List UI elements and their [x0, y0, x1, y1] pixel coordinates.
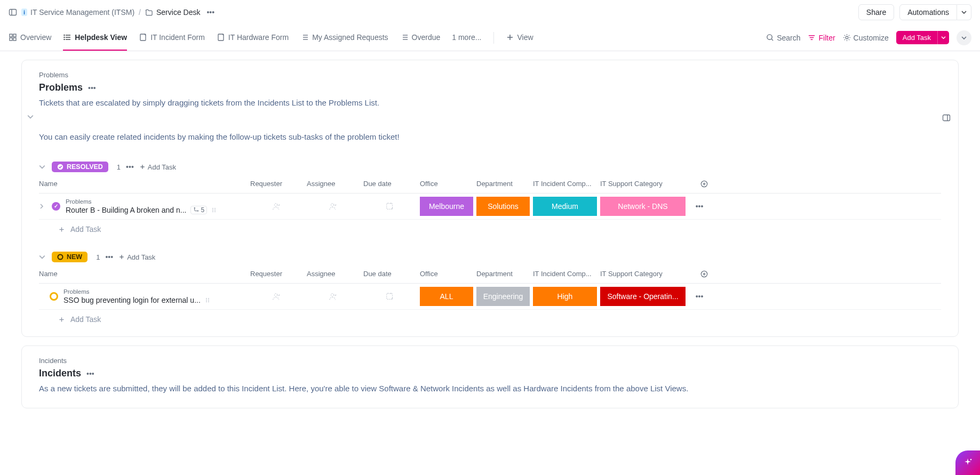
group-status-badge[interactable]: RESOLVED	[52, 162, 108, 172]
person-add-icon	[329, 292, 338, 301]
col-office[interactable]: Office	[420, 270, 473, 278]
search-button[interactable]: Search	[766, 34, 800, 42]
automations-caret[interactable]	[957, 4, 971, 20]
breadcrumb-workspace[interactable]: i IT Service Management (ITSM)	[21, 8, 134, 17]
problems-more-icon[interactable]: •••	[88, 84, 96, 92]
col-due[interactable]: Due date	[363, 270, 417, 278]
chevron-down-icon	[961, 35, 967, 41]
breadcrumb-more-icon[interactable]: •••	[204, 8, 217, 17]
office-tag: ALL	[420, 287, 473, 306]
collapse-icon[interactable]	[27, 114, 34, 120]
task-row[interactable]: Problems SSO bug preventing login for ex…	[39, 284, 941, 310]
group-count: 1	[117, 163, 121, 171]
incidents-more-icon[interactable]: •••	[86, 369, 94, 378]
group-more-icon[interactable]: •••	[126, 163, 134, 171]
complexity-cell[interactable]: High	[533, 287, 597, 306]
add-column[interactable]	[689, 180, 710, 188]
incidents-desc: As a new tickets are submitted, they wil…	[39, 382, 941, 395]
view-my-requests[interactable]: My Assigned Requests	[300, 25, 388, 51]
filter-button[interactable]: Filter	[808, 34, 835, 42]
svg-point-69	[275, 294, 277, 296]
col-requester[interactable]: Requester	[250, 270, 304, 278]
group-status-label: RESOLVED	[67, 163, 103, 171]
group-more-icon[interactable]: •••	[105, 253, 113, 261]
task-name-cell: Problems Router B - Building A broken an…	[39, 198, 247, 214]
col-assignee[interactable]: Assignee	[307, 270, 360, 278]
problems-title: Problems	[39, 82, 83, 93]
department-cell[interactable]: Engineering	[476, 287, 530, 306]
category-tag: Software - Operatin...	[600, 287, 686, 306]
col-department[interactable]: Department	[476, 270, 530, 278]
svg-rect-3	[13, 34, 16, 37]
workspace-badge-icon: i	[21, 9, 27, 16]
task-name-cell: Problems SSO bug preventing login for ex…	[39, 288, 247, 304]
breadcrumb-page[interactable]: Service Desk	[145, 8, 200, 17]
add-task-caret[interactable]	[937, 31, 949, 44]
requester-cell[interactable]	[250, 292, 304, 301]
row-more-icon[interactable]: •••	[689, 292, 710, 301]
category-cell[interactable]: Software - Operatin...	[600, 287, 686, 306]
due-date-cell[interactable]	[363, 292, 417, 301]
view-overdue[interactable]: Overdue	[400, 25, 441, 51]
col-assignee[interactable]: Assignee	[307, 180, 360, 188]
view-incident-form[interactable]: IT Incident Form	[139, 25, 205, 51]
view-helpdesk[interactable]: Helpdesk View	[63, 25, 127, 51]
col-requester[interactable]: Requester	[250, 180, 304, 188]
assignee-cell[interactable]	[307, 292, 360, 301]
svg-point-65	[206, 301, 207, 302]
drag-handle-icon[interactable]	[211, 207, 218, 213]
sidebar-toggle-icon[interactable]	[9, 8, 17, 17]
view-hardware-form[interactable]: IT Hardware Form	[217, 25, 289, 51]
subtask-count[interactable]: 5	[190, 206, 207, 214]
group-status-badge[interactable]: NEW	[52, 252, 87, 262]
group-add-task[interactable]: Add Task	[139, 163, 176, 171]
share-button[interactable]: Share	[858, 4, 894, 20]
requester-cell[interactable]	[250, 202, 304, 211]
col-department[interactable]: Department	[476, 180, 530, 188]
department-tag: Solutions	[476, 197, 530, 216]
add-view[interactable]: View	[506, 25, 533, 51]
add-task-button[interactable]: Add Task	[896, 31, 937, 44]
automations-button[interactable]: Automations	[899, 4, 957, 20]
row-more-icon[interactable]: •••	[689, 202, 710, 211]
department-tag: Engineering	[476, 287, 530, 306]
assignee-cell[interactable]	[307, 202, 360, 211]
expand-subtasks-icon[interactable]	[39, 204, 46, 209]
group-collapse-icon[interactable]	[39, 164, 46, 170]
col-name[interactable]: Name	[39, 180, 247, 188]
svg-point-41	[214, 208, 216, 209]
view-more[interactable]: 1 more...	[452, 25, 481, 51]
col-name[interactable]: Name	[39, 270, 247, 278]
list-icon	[63, 33, 71, 42]
svg-point-63	[206, 298, 207, 299]
office-cell[interactable]: Melbourne	[420, 197, 473, 216]
complexity-cell[interactable]: Medium	[533, 197, 597, 216]
panel-collapse-icon[interactable]	[942, 114, 951, 122]
add-task-row[interactable]: Add Task	[39, 220, 941, 234]
department-cell[interactable]: Solutions	[476, 197, 530, 216]
task-row[interactable]: Problems Router B - Building A broken an…	[39, 194, 941, 220]
calendar-add-icon	[385, 292, 395, 301]
status-dot-icon[interactable]	[52, 202, 60, 211]
group-add-task[interactable]: Add Task	[118, 253, 155, 261]
office-cell[interactable]: ALL	[420, 287, 473, 306]
col-complexity[interactable]: IT Incident Comp...	[533, 180, 597, 188]
add-column[interactable]	[689, 270, 710, 278]
col-category[interactable]: IT Support Category	[600, 180, 686, 188]
col-category[interactable]: IT Support Category	[600, 270, 686, 278]
view-overview[interactable]: Overview	[9, 25, 51, 51]
col-complexity[interactable]: IT Incident Comp...	[533, 270, 597, 278]
group-collapse-icon[interactable]	[39, 254, 46, 260]
col-due[interactable]: Due date	[363, 180, 417, 188]
view-incident-form-label: IT Incident Form	[150, 33, 205, 42]
drag-handle-icon[interactable]	[205, 297, 211, 303]
breadcrumb-workspace-label: IT Service Management (ITSM)	[30, 8, 134, 17]
overflow-button[interactable]	[957, 30, 971, 45]
customize-button[interactable]: Customize	[843, 34, 889, 42]
category-cell[interactable]: Network - DNS	[600, 197, 686, 216]
status-dot-icon[interactable]	[50, 292, 58, 301]
add-task-row[interactable]: Add Task	[39, 310, 941, 324]
col-office[interactable]: Office	[420, 180, 473, 188]
svg-rect-28	[943, 115, 950, 121]
due-date-cell[interactable]	[363, 202, 417, 211]
